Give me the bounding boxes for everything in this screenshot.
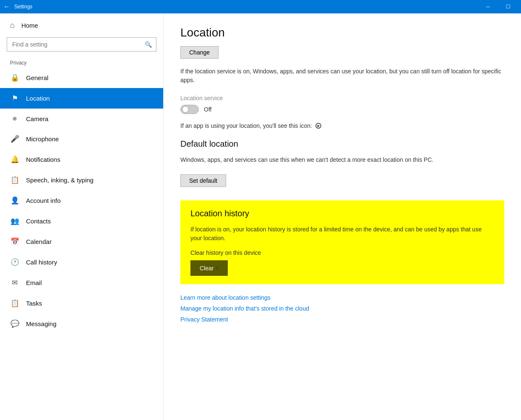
location-toggle[interactable]	[180, 105, 199, 114]
sidebar-item-email[interactable]: ✉ Email	[0, 272, 163, 293]
privacy-statement-link[interactable]: Privacy Statement	[180, 316, 504, 323]
sidebar-item-microphone[interactable]: 🎤 Microphone	[0, 129, 163, 149]
sidebar-item-location[interactable]: ⚑ Location	[0, 88, 163, 109]
minimize-button[interactable]: ─	[478, 0, 498, 13]
window-controls: ─ ☐	[478, 0, 518, 13]
tasks-label: Tasks	[26, 300, 42, 307]
app-title: Settings	[14, 4, 478, 10]
cursor-indicator: ‹	[216, 264, 219, 272]
speech-icon: 📋	[10, 176, 19, 184]
contacts-label: Contacts	[26, 218, 51, 225]
camera-icon: ⎈	[10, 114, 19, 123]
calendar-label: Calendar	[26, 238, 52, 245]
home-label: Home	[21, 22, 38, 29]
toggle-knob	[182, 106, 189, 113]
account-info-label: Account info	[26, 197, 61, 204]
email-icon: ✉	[10, 278, 19, 287]
location-service-description: If the location service is on, Windows, …	[180, 67, 504, 85]
sidebar: ⌂ Home 🔍 Privacy 🔒 General ⚑ Location ⎈ …	[0, 13, 164, 420]
general-icon: 🔒	[10, 73, 19, 82]
titlebar: ← Settings ─ ☐	[0, 0, 521, 13]
content-area: Location Change If the location service …	[164, 13, 521, 420]
sidebar-item-account-info[interactable]: 👤 Account info	[0, 190, 163, 211]
sidebar-item-tasks[interactable]: 📋 Tasks	[0, 293, 163, 314]
sidebar-item-general[interactable]: 🔒 General	[0, 67, 163, 88]
sidebar-item-messaging[interactable]: 💬 Messaging	[0, 314, 163, 334]
page-title: Location	[180, 26, 504, 39]
search-icon: 🔍	[145, 41, 152, 48]
clear-history-label: Clear history on this device	[190, 249, 494, 256]
manage-link[interactable]: Manage my location info that's stored in…	[180, 305, 504, 312]
set-default-button[interactable]: Set default	[180, 174, 226, 187]
camera-label: Camera	[26, 115, 48, 122]
learn-more-link[interactable]: Learn more about location settings	[180, 294, 504, 301]
sidebar-item-speech[interactable]: 📋 Speech, inking, & typing	[0, 170, 163, 190]
sidebar-item-camera[interactable]: ⎈ Camera	[0, 109, 163, 129]
app-body: ⌂ Home 🔍 Privacy 🔒 General ⚑ Location ⎈ …	[0, 13, 521, 420]
sidebar-item-call-history[interactable]: 🕐 Call history	[0, 252, 163, 272]
sidebar-item-contacts[interactable]: 👥 Contacts	[0, 211, 163, 231]
change-button[interactable]: Change	[180, 46, 219, 59]
location-dot-icon	[315, 123, 321, 129]
home-icon: ⌂	[10, 21, 15, 30]
notifications-icon: 🔔	[10, 155, 19, 164]
call-history-icon: 🕐	[10, 258, 19, 267]
sidebar-item-notifications[interactable]: 🔔 Notifications	[0, 149, 163, 170]
icon-note-text: If an app is using your location, you'll…	[180, 122, 312, 129]
maximize-button[interactable]: ☐	[498, 0, 518, 13]
microphone-label: Microphone	[26, 135, 59, 143]
account-info-icon: 👤	[10, 196, 19, 205]
location-history-section: Location history If location is on, your…	[180, 200, 504, 284]
default-location-title: Default location	[180, 139, 504, 149]
notifications-label: Notifications	[26, 156, 60, 163]
location-service-label: Location service	[180, 95, 504, 101]
location-icon: ⚑	[10, 94, 19, 103]
clear-button[interactable]: Clear ‹	[190, 260, 228, 276]
contacts-icon: 👥	[10, 217, 19, 226]
location-history-title: Location history	[190, 209, 494, 218]
home-nav-item[interactable]: ⌂ Home	[0, 13, 163, 37]
privacy-section-label: Privacy	[0, 57, 163, 67]
messaging-icon: 💬	[10, 319, 19, 328]
call-history-label: Call history	[26, 259, 57, 266]
location-label: Location	[26, 95, 50, 102]
microphone-icon: 🎤	[10, 135, 19, 143]
general-label: General	[26, 74, 48, 81]
search-input[interactable]	[7, 38, 156, 51]
sidebar-item-calendar[interactable]: 📅 Calendar	[0, 231, 163, 252]
icon-note: If an app is using your location, you'll…	[180, 122, 504, 129]
search-box[interactable]: 🔍	[7, 37, 156, 52]
tasks-icon: 📋	[10, 299, 19, 308]
default-location-desc: Windows, apps, and services can use this…	[180, 156, 504, 164]
calendar-icon: 📅	[10, 237, 19, 246]
location-toggle-row: Off	[180, 105, 504, 114]
location-history-desc: If location is on, your location history…	[190, 225, 494, 243]
clear-button-label: Clear	[200, 265, 214, 272]
messaging-label: Messaging	[26, 320, 57, 327]
toggle-state-label: Off	[204, 106, 211, 113]
back-button[interactable]: ←	[3, 3, 10, 10]
speech-label: Speech, inking, & typing	[26, 176, 94, 184]
email-label: Email	[26, 279, 42, 286]
